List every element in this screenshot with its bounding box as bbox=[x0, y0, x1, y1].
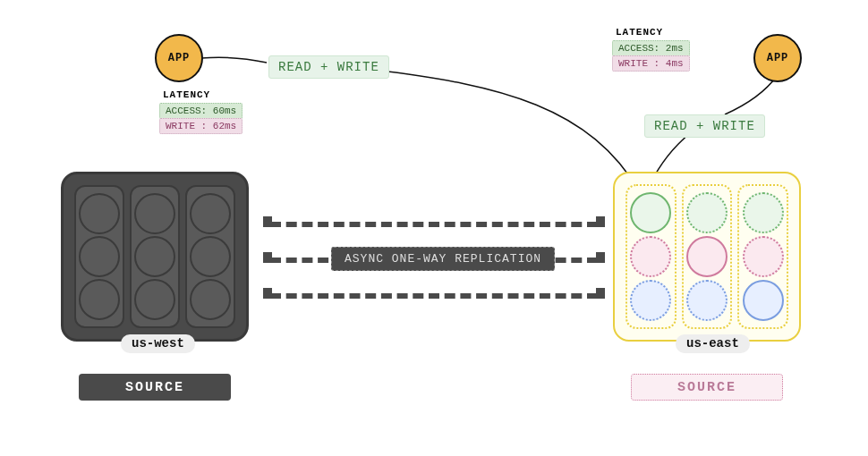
replication-cap bbox=[263, 252, 272, 263]
db-cell bbox=[134, 279, 175, 320]
latency-access-row: ACCESS: 2ms bbox=[612, 40, 690, 56]
replication-cap bbox=[263, 216, 272, 227]
db-cell-blue bbox=[630, 280, 671, 321]
replication-cap bbox=[596, 216, 605, 227]
db-cell bbox=[190, 193, 231, 234]
region-label-east: us-east bbox=[676, 334, 750, 353]
db-column bbox=[682, 184, 733, 329]
db-cell bbox=[190, 236, 231, 277]
replication-cap bbox=[263, 288, 272, 299]
db-cell bbox=[134, 193, 175, 234]
app-node-west: APP bbox=[155, 34, 203, 82]
db-cell-green bbox=[630, 192, 671, 233]
app-label: APP bbox=[767, 52, 789, 64]
source-badge-west: SOURCE bbox=[79, 374, 231, 401]
db-cell bbox=[190, 279, 231, 320]
app-label: APP bbox=[168, 52, 191, 64]
latency-write-row: WRITE : 62ms bbox=[159, 118, 243, 134]
db-cell bbox=[79, 236, 120, 277]
latency-title: LATENCY bbox=[612, 27, 690, 38]
db-cell bbox=[79, 279, 120, 320]
latency-access-row: ACCESS: 60ms bbox=[159, 103, 243, 119]
replication-cap bbox=[596, 252, 605, 263]
db-cell-green bbox=[743, 192, 784, 233]
latency-title: LATENCY bbox=[159, 89, 243, 100]
db-cell-blue bbox=[743, 280, 784, 321]
db-cell-pink bbox=[630, 236, 671, 277]
db-cell-blue bbox=[686, 280, 728, 321]
latency-write-row: WRITE : 4ms bbox=[612, 55, 690, 72]
diagram-canvas: APP APP LATENCY ACCESS: 60ms WRITE : 62m… bbox=[0, 0, 868, 456]
db-us-east bbox=[613, 172, 801, 342]
source-badge-east: SOURCE bbox=[631, 374, 783, 401]
replication-cap bbox=[596, 288, 605, 299]
latency-east: LATENCY ACCESS: 2ms WRITE : 4ms bbox=[612, 27, 690, 72]
replication-line bbox=[270, 222, 598, 227]
db-column bbox=[130, 185, 180, 328]
db-cell bbox=[134, 236, 175, 277]
app-node-east: APP bbox=[753, 34, 802, 82]
db-cell-pink bbox=[686, 236, 728, 277]
db-column bbox=[74, 185, 124, 328]
region-label-west: us-west bbox=[121, 334, 195, 353]
db-column bbox=[625, 184, 677, 329]
db-cell-pink bbox=[743, 236, 784, 277]
read-write-badge-east: READ + WRITE bbox=[644, 114, 765, 138]
db-cell bbox=[79, 193, 120, 234]
db-column bbox=[737, 184, 788, 329]
replication-label: ASYNC ONE-WAY REPLICATION bbox=[331, 247, 555, 271]
db-us-west bbox=[61, 172, 249, 342]
read-write-badge-west: READ + WRITE bbox=[268, 55, 389, 79]
db-column bbox=[185, 185, 235, 328]
replication-line bbox=[270, 293, 598, 299]
db-cell-green bbox=[686, 192, 728, 233]
latency-west: LATENCY ACCESS: 60ms WRITE : 62ms bbox=[159, 89, 243, 134]
